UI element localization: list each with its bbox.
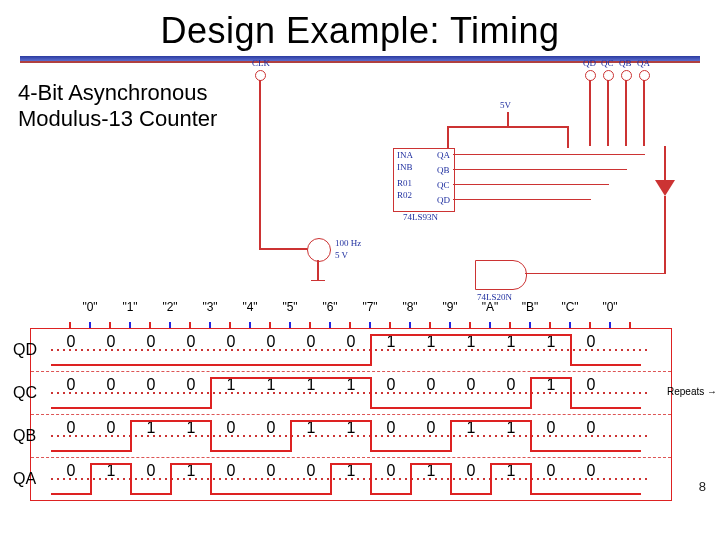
pin-qc: QC — [437, 180, 450, 190]
wire — [643, 80, 645, 146]
tick — [489, 322, 491, 328]
wire — [607, 80, 609, 146]
subtitle-line-2: Modulus-13 Counter — [18, 106, 217, 131]
waveform-name: QD — [13, 341, 37, 359]
tick — [69, 322, 71, 328]
tick — [289, 322, 291, 328]
qc-label: QC — [601, 58, 614, 68]
tick — [129, 322, 131, 328]
column-label: "8" — [391, 300, 429, 314]
pin-qa: QA — [437, 150, 450, 160]
tick — [89, 322, 91, 328]
waveform-row: QD00000000111110 — [31, 329, 671, 371]
buffer-icon — [655, 180, 675, 196]
waveform-row: QB00110011001100 — [31, 414, 671, 457]
waveform-trace — [51, 329, 671, 371]
page-number: 8 — [699, 479, 706, 494]
waveform-name: QB — [13, 427, 36, 445]
nand-gate — [475, 260, 527, 290]
waveform-row: QA01010001010100 — [31, 457, 671, 500]
wire — [625, 80, 627, 146]
waveform-trace — [51, 372, 671, 414]
waveform-name: QA — [13, 470, 36, 488]
repeats-label: Repeats → — [667, 386, 717, 397]
tick — [529, 322, 531, 328]
wire — [447, 126, 449, 148]
column-label: "4" — [231, 300, 269, 314]
wire — [664, 146, 666, 182]
clock-source — [307, 238, 331, 262]
column-label: "1" — [111, 300, 149, 314]
pin-qb: QB — [437, 165, 450, 175]
column-label: "9" — [431, 300, 469, 314]
pin-ina: INA — [397, 150, 413, 160]
subtitle: 4-Bit Asynchronous Modulus-13 Counter — [18, 80, 217, 133]
column-label: "B" — [511, 300, 549, 314]
pin-r01: R01 — [397, 178, 412, 188]
column-label: "0" — [71, 300, 109, 314]
waveform-name: QC — [13, 384, 37, 402]
page-title: Design Example: Timing — [0, 0, 720, 56]
wire — [645, 273, 665, 274]
waveform-trace — [51, 415, 671, 457]
waveform-trace — [51, 458, 671, 500]
wire — [311, 280, 325, 281]
wire — [567, 126, 569, 148]
wire — [453, 184, 609, 185]
tick — [329, 322, 331, 328]
column-labels: "0""1""2""3""4""5""6""7""8""9""A""B""C""… — [50, 300, 710, 320]
column-label: "3" — [191, 300, 229, 314]
tick-marks — [50, 320, 710, 328]
waveform-row: QC00001111000010Repeats → — [31, 371, 671, 414]
wire — [453, 169, 627, 170]
wire — [447, 126, 569, 128]
tick — [629, 322, 631, 328]
waveforms: QD00000000111110QC00001111000010Repeats … — [30, 328, 672, 501]
tick — [349, 322, 351, 328]
tick — [409, 322, 411, 328]
clock-freq: 100 Hz — [335, 238, 361, 248]
wire — [664, 196, 666, 274]
wire — [259, 80, 261, 250]
tick — [169, 322, 171, 328]
column-label: "C" — [551, 300, 589, 314]
tick — [249, 322, 251, 328]
wire — [453, 154, 645, 155]
title-underline — [20, 56, 700, 63]
wire — [453, 199, 591, 200]
tick — [569, 322, 571, 328]
clk-label: CLK — [252, 58, 270, 68]
subtitle-line-1: 4-Bit Asynchronous — [18, 80, 208, 105]
tick — [109, 322, 111, 328]
qa-label: QA — [637, 58, 650, 68]
tick — [229, 322, 231, 328]
tick — [549, 322, 551, 328]
column-label: "A" — [471, 300, 509, 314]
column-label: "5" — [271, 300, 309, 314]
column-label: "0" — [591, 300, 629, 314]
qb-label: QB — [619, 58, 632, 68]
tick — [149, 322, 151, 328]
column-label: "2" — [151, 300, 189, 314]
schematic: CLK QD QC QB QA 5V INA INB R01 R02 QA QB… — [225, 70, 685, 300]
tick — [309, 322, 311, 328]
vcc-label: 5V — [500, 100, 511, 110]
wire — [589, 80, 591, 146]
tick — [429, 322, 431, 328]
tick — [369, 322, 371, 328]
tick — [269, 322, 271, 328]
timing-diagram: "0""1""2""3""4""5""6""7""8""9""A""B""C""… — [10, 300, 710, 535]
wire — [317, 260, 319, 280]
column-label: "6" — [311, 300, 349, 314]
tick — [609, 322, 611, 328]
column-label: "7" — [351, 300, 389, 314]
wire — [525, 273, 645, 274]
tick — [469, 322, 471, 328]
clock-amp: 5 V — [335, 250, 348, 260]
tick — [589, 322, 591, 328]
tick — [509, 322, 511, 328]
pin-inb: INB — [397, 162, 413, 172]
pin-r02: R02 — [397, 190, 412, 200]
tick — [209, 322, 211, 328]
tick — [389, 322, 391, 328]
